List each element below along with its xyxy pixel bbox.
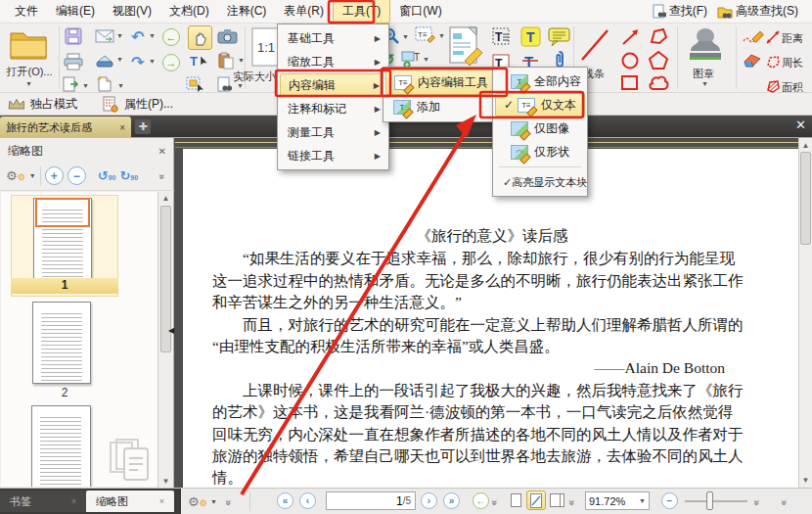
status-options-gear-icon[interactable]: ⚙⚙ — [188, 494, 207, 509]
menu-window[interactable]: 窗口(W) — [390, 0, 450, 23]
menu-item-basic-tools[interactable]: 基础工具▶ — [280, 26, 386, 50]
rectangle-shape-icon[interactable] — [620, 74, 640, 92]
panel-options-gear-icon[interactable]: ⚙⚙ — [6, 168, 25, 183]
redo-dropdown-arrow[interactable]: ▼ — [149, 58, 156, 65]
document-tab-active[interactable]: 旅行的艺术读后感 × — [0, 117, 131, 138]
polyline-shape-icon[interactable] — [648, 26, 669, 46]
menu-item-measure-tools[interactable]: 测量工具▶ — [280, 120, 386, 144]
panel-close-icon[interactable]: ✕ — [158, 146, 166, 157]
thumb-zoom-in-icon[interactable]: + — [45, 166, 64, 185]
undo-dropdown-arrow[interactable]: ▼ — [149, 32, 156, 39]
thumbnail-viewport-box[interactable] — [35, 198, 90, 227]
open-file-icon[interactable] — [8, 27, 49, 61]
menu-item-shapes-only[interactable]: ◠ 仅形状 — [495, 140, 585, 164]
zoom-more-chevron-icon[interactable]: » — [751, 500, 762, 504]
scanner-dropdown-arrow[interactable]: ▼ — [116, 56, 123, 63]
thumbnail-page-3[interactable] — [31, 405, 91, 487]
circle-shape-icon[interactable] — [620, 51, 640, 70]
scroll-down-icon[interactable]: ▼ — [158, 477, 173, 486]
menu-item-content-editing[interactable]: 内容编辑▶ — [280, 73, 386, 97]
status-options-dropdown-arrow[interactable]: ▼ — [210, 498, 217, 505]
menu-form[interactable]: 表单(R) — [275, 0, 333, 23]
menu-item-images-only[interactable]: 仅图像 — [495, 117, 585, 140]
eraser-tool-icon[interactable] — [742, 53, 763, 69]
menu-item-add[interactable]: T 添加 ▶ — [385, 95, 507, 119]
panel-options-dropdown-arrow[interactable]: ▼ — [29, 172, 36, 179]
advanced-find-button[interactable]: 高级查找(S) — [717, 3, 798, 20]
perimeter-label[interactable]: 周长 — [782, 56, 803, 70]
next-page-button[interactable]: › — [421, 492, 437, 509]
doc-scroll-down-icon[interactable]: ▼ — [799, 476, 812, 485]
menu-comment[interactable]: 注释(C) — [218, 0, 276, 23]
new-tab-button[interactable]: ✚ — [135, 119, 151, 134]
line-tool-icon[interactable] — [579, 27, 610, 63]
email-icon[interactable] — [95, 29, 114, 43]
menu-edit[interactable]: 编辑(E) — [47, 0, 104, 23]
thumbnails-scrollbar[interactable]: ▲ ▼ — [158, 192, 173, 488]
scroll-up-icon[interactable]: ▲ — [158, 194, 173, 203]
thumbnail-1-label[interactable]: 1 — [11, 278, 118, 294]
document-scrollbar[interactable]: ▲ ▼ — [798, 138, 812, 488]
edit-content-icon[interactable]: T≡ — [415, 26, 436, 43]
panel-more-chevron-icon[interactable]: » — [158, 174, 168, 178]
zoom-level-box[interactable]: 91.72% ▼ — [585, 491, 650, 510]
menu-item-text-only[interactable]: ✓ T≡ 仅文本 — [495, 93, 585, 117]
print-icon[interactable] — [64, 53, 83, 70]
first-page-button[interactable]: « — [277, 492, 293, 509]
panel-collapse-icon[interactable]: ◀ — [168, 326, 174, 335]
find-button[interactable]: 查找(F) — [653, 3, 707, 20]
status-more-chevron-icon[interactable]: » — [223, 500, 234, 504]
add-text-icon[interactable]: T — [491, 26, 511, 46]
save-icon[interactable] — [65, 27, 82, 45]
export-icon[interactable] — [63, 76, 79, 92]
edit-document-icon[interactable] — [448, 25, 485, 67]
bookmarks-tab[interactable]: 书签× — [0, 491, 86, 512]
thumbnails-tab-close-icon[interactable]: × — [159, 496, 164, 506]
select-object-icon[interactable] — [186, 76, 205, 93]
last-page-button[interactable]: » — [443, 492, 460, 509]
bookmarks-tab-close-icon[interactable]: × — [71, 496, 76, 506]
properties-button[interactable]: 属性(P)... — [124, 96, 173, 113]
hand-tool-button[interactable] — [188, 25, 212, 50]
undo-icon[interactable]: ↶ — [131, 27, 144, 46]
go-back-icon[interactable]: ← — [162, 28, 180, 46]
distance-measure-icon[interactable] — [765, 29, 781, 45]
single-page-layout-icon[interactable] — [511, 493, 521, 507]
menu-view[interactable]: 视图(V) — [104, 0, 160, 23]
stamp-label[interactable]: 图章 — [693, 67, 714, 81]
arrow-shape-icon[interactable] — [620, 27, 642, 47]
snapshot-camera-icon[interactable] — [217, 28, 238, 44]
open-file-label[interactable]: 打开(O)... — [2, 65, 57, 79]
zoom-level-dropdown-arrow[interactable]: ▼ — [639, 497, 646, 504]
rotate-ccw-icon[interactable]: ↺90 — [98, 168, 116, 183]
email-dropdown-arrow[interactable]: ▼ — [116, 32, 123, 39]
previous-view-button[interactable]: ← — [473, 492, 489, 509]
menu-tools[interactable]: 工具(T) — [333, 0, 390, 23]
zoom-slider-handle[interactable] — [706, 491, 713, 510]
menu-item-link-tools[interactable]: 链接工具▶ — [280, 144, 386, 167]
area-measure-icon[interactable] — [765, 78, 781, 94]
cloud-shape-icon[interactable] — [648, 73, 669, 93]
menu-file[interactable]: 文件 — [6, 0, 47, 23]
layout-more-chevron-icon[interactable]: » — [566, 500, 577, 504]
thumbnail-page-2[interactable] — [32, 302, 91, 384]
page-number-input[interactable] — [344, 494, 403, 508]
thumbnails-tab[interactable]: 缩略图× — [86, 491, 174, 512]
close-document-icon[interactable]: ✕ — [795, 117, 806, 132]
new-document-dropdown-arrow[interactable]: ▼ — [117, 82, 124, 89]
zoom-dropdown-arrow[interactable]: ▼ — [402, 33, 409, 40]
thumb-zoom-out-icon[interactable]: − — [68, 166, 86, 185]
previous-page-button[interactable]: ‹ — [299, 492, 316, 509]
stamp-icon[interactable] — [685, 27, 726, 63]
highlight-text-icon[interactable]: T — [520, 26, 541, 47]
add-dropdown-arrow[interactable]: ▼ — [423, 56, 429, 63]
menu-item-content-edit-tool[interactable]: T≡ 内容编辑工具 ▶ — [385, 70, 507, 95]
two-page-layout-icon[interactable] — [550, 493, 561, 507]
scanner-icon[interactable] — [95, 53, 114, 68]
statusbar-overflow-chevron-icon[interactable]: » — [779, 500, 789, 504]
go-forward-icon[interactable]: → — [162, 54, 180, 71]
pdf-page[interactable]: 《旅行的意义》读后感 “如果生活的要义在于追求幸福，那么，除却旅行，很少有别的行… — [183, 149, 798, 488]
menu-item-comment-markup[interactable]: 注释和标记▶ — [280, 97, 386, 120]
tab-close-icon[interactable]: × — [119, 122, 125, 133]
stamp-dropdown-arrow[interactable]: ▼ — [701, 80, 708, 87]
